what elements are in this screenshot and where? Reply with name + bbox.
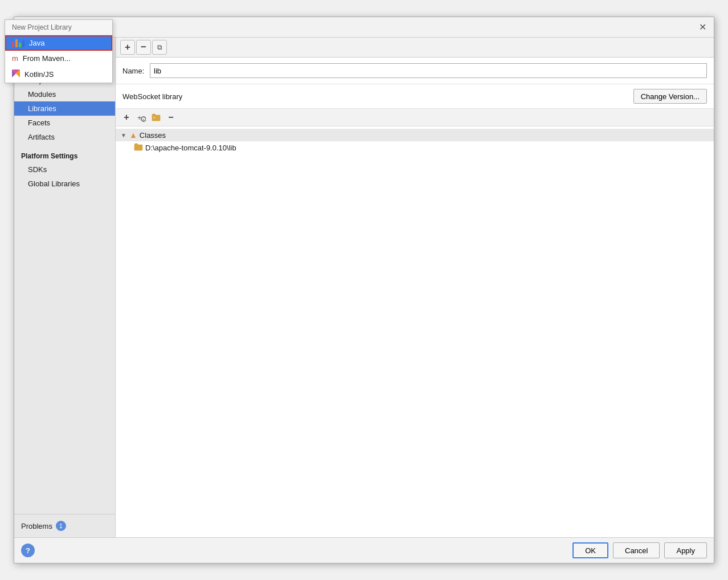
expand-icon-classes: ▼ <box>120 132 127 138</box>
library-description-label: WebSocket library <box>122 92 633 101</box>
tree-area[interactable]: ▼ ▲ Classes D:\apache-tomcat-9.0.10\lib <box>116 126 714 537</box>
ok-button[interactable]: OK <box>572 542 608 558</box>
name-input[interactable] <box>150 63 707 78</box>
svg-text:+: + <box>153 116 156 120</box>
platform-settings-section: Platform Settings <box>14 149 115 162</box>
tree-node-classes[interactable]: ▼ ▲ Classes <box>116 129 714 141</box>
tree-add-folder-button[interactable]: + <box>150 111 162 124</box>
sidebar-item-libraries[interactable]: Libraries <box>14 101 115 116</box>
add-library-button[interactable]: + <box>120 40 135 55</box>
sidebar-item-global-libraries[interactable]: Global Libraries <box>14 177 115 191</box>
classes-icon: ▲ <box>129 130 137 140</box>
cancel-button[interactable]: Cancel <box>613 542 660 558</box>
main-toolbar: + − ⧉ New Project Library Java <box>116 38 714 58</box>
help-button[interactable]: ? <box>21 544 35 557</box>
project-structure-dialog: Project Structure ✕ ← → Project Settings… <box>14 17 714 563</box>
library-description-row: WebSocket library Change Version... <box>116 84 714 109</box>
dialog-body: ← → Project Settings Project Modules Lib… <box>14 38 714 537</box>
tree-add-recursive-button[interactable]: + + <box>135 111 148 124</box>
sidebar-item-facets[interactable]: Facets <box>14 116 115 130</box>
sidebar-item-problems[interactable]: Problems 1 <box>14 518 115 534</box>
copy-library-button[interactable]: ⧉ <box>152 40 167 55</box>
problems-badge: 1 <box>56 521 66 531</box>
tree-remove-button[interactable]: − <box>165 111 177 124</box>
sidebar-item-sdks[interactable]: SDKs <box>14 162 115 177</box>
sidebar: ← → Project Settings Project Modules Lib… <box>14 38 116 537</box>
svg-text:+: + <box>142 117 145 122</box>
main-area: + − ⧉ New Project Library Java <box>116 38 714 537</box>
remove-library-button[interactable]: − <box>136 40 151 55</box>
classes-label: Classes <box>140 131 166 140</box>
classes-path-label: D:\apache-tomcat-9.0.10\lib <box>145 144 236 152</box>
problems-label: Problems <box>21 522 52 530</box>
name-row: Name: <box>116 58 714 84</box>
tree-add-button[interactable]: + <box>120 111 133 124</box>
dialog-title: Project Structure <box>31 23 696 31</box>
content-area: Name: WebSocket library Change Version..… <box>116 58 714 537</box>
sidebar-item-artifacts[interactable]: Artifacts <box>14 130 115 144</box>
close-button[interactable]: ✕ <box>696 21 709 34</box>
title-bar: Project Structure ✕ <box>14 17 714 38</box>
apply-button[interactable]: Apply <box>664 542 707 558</box>
svg-text:+: + <box>137 113 142 122</box>
folder-icon <box>134 143 143 153</box>
change-version-button[interactable]: Change Version... <box>633 89 707 104</box>
tree-node-classes-path[interactable]: D:\apache-tomcat-9.0.10\lib <box>116 141 714 154</box>
sidebar-item-modules[interactable]: Modules <box>14 87 115 101</box>
name-label: Name: <box>122 67 145 75</box>
dialog-footer: ? OK Cancel Apply <box>14 537 714 563</box>
sidebar-bottom: Problems 1 <box>14 514 115 537</box>
tree-toolbar: + + + + − <box>116 109 714 126</box>
